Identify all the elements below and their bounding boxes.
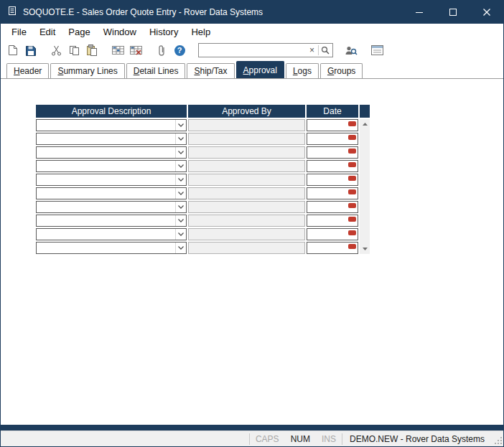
toolbar: ? × <box>1 40 503 60</box>
calendar-icon[interactable] <box>348 135 356 140</box>
approval-description-value <box>37 120 175 131</box>
insert-row-icon[interactable] <box>110 42 126 58</box>
approval-grid: Approval Description Approved By Date <box>36 105 370 254</box>
approved-by-field <box>188 242 305 254</box>
chevron-down-icon[interactable] <box>175 215 186 226</box>
calendar-icon[interactable] <box>348 217 356 222</box>
grid-row <box>36 160 360 172</box>
approval-description-value <box>37 229 175 240</box>
maximize-button[interactable] <box>436 1 470 24</box>
approval-description-select[interactable] <box>36 133 187 145</box>
grid-row <box>36 201 360 213</box>
tab-approval[interactable]: Approval <box>236 61 284 78</box>
calendar-icon[interactable] <box>348 203 356 208</box>
approval-panel: Approval Description Approved By Date <box>1 79 503 425</box>
date-field[interactable] <box>307 228 358 240</box>
search-input[interactable] <box>199 44 307 56</box>
scroll-up-icon[interactable] <box>360 119 370 129</box>
resize-grip-icon[interactable] <box>492 431 503 446</box>
approval-description-select[interactable] <box>36 228 187 240</box>
help-glyph: ? <box>174 45 185 56</box>
cut-icon[interactable] <box>48 42 64 58</box>
menu-window[interactable]: Window <box>97 25 143 39</box>
user-lookup-icon[interactable] <box>343 42 359 58</box>
grid-header-spacer <box>360 105 370 118</box>
date-field[interactable] <box>307 174 358 186</box>
chevron-down-icon[interactable] <box>175 133 186 144</box>
close-button[interactable] <box>470 1 503 24</box>
calendar-icon[interactable] <box>348 149 356 154</box>
date-field[interactable] <box>307 119 358 131</box>
approval-description-value <box>37 174 175 185</box>
approval-description-select[interactable] <box>36 119 187 131</box>
menu-history[interactable]: History <box>143 25 185 39</box>
help-icon[interactable]: ? <box>172 42 187 58</box>
paste-icon[interactable] <box>84 42 100 58</box>
calendar-icon[interactable] <box>348 162 356 167</box>
calendar-icon[interactable] <box>348 230 356 235</box>
grid-header-approval-description: Approval Description <box>36 105 187 118</box>
search-icon[interactable] <box>320 46 332 55</box>
date-field[interactable] <box>307 201 358 213</box>
tab-ship-tax[interactable]: Ship/Tax <box>187 63 234 78</box>
date-field[interactable] <box>307 187 358 199</box>
tab-detail-lines[interactable]: Detail Lines <box>126 63 186 78</box>
grid-rows <box>36 119 360 254</box>
chevron-down-icon[interactable] <box>175 188 186 199</box>
chevron-down-icon[interactable] <box>175 161 186 171</box>
chevron-down-icon[interactable] <box>175 174 186 185</box>
calendar-icon[interactable] <box>348 189 356 194</box>
minimize-button[interactable] <box>402 1 436 24</box>
chevron-down-icon[interactable] <box>175 202 186 212</box>
tab-header[interactable]: Header <box>6 63 49 78</box>
menu-page[interactable]: Page <box>62 25 96 39</box>
grid-row <box>36 215 360 227</box>
delete-row-icon[interactable] <box>128 42 144 58</box>
menu-edit[interactable]: Edit <box>33 25 62 39</box>
approved-by-field <box>188 187 305 199</box>
search-separator <box>318 45 319 55</box>
date-field[interactable] <box>307 242 358 254</box>
menu-help[interactable]: Help <box>185 25 217 39</box>
save-icon[interactable] <box>22 42 38 58</box>
tab-logs[interactable]: Logs <box>286 63 319 78</box>
approval-description-select[interactable] <box>36 201 187 213</box>
approval-description-select[interactable] <box>36 174 187 186</box>
approved-by-field <box>188 133 305 145</box>
approval-description-select[interactable] <box>36 242 187 254</box>
copy-icon[interactable] <box>66 42 82 58</box>
form-view-icon[interactable] <box>369 42 385 58</box>
date-field[interactable] <box>307 146 358 159</box>
grid-row <box>36 174 360 186</box>
session-context: DEMO.NEW - Rover Data Systems <box>342 434 492 444</box>
new-document-icon[interactable] <box>4 42 20 58</box>
caps-indicator: CAPS <box>250 434 285 444</box>
chevron-down-icon[interactable] <box>175 147 186 158</box>
scroll-down-icon[interactable] <box>360 244 370 254</box>
grid-header-approved-by: Approved By <box>188 105 305 118</box>
menu-file[interactable]: File <box>5 25 33 39</box>
chevron-down-icon[interactable] <box>175 229 186 240</box>
clear-search-icon[interactable]: × <box>307 45 317 55</box>
date-field[interactable] <box>307 160 358 172</box>
approval-description-select[interactable] <box>36 215 187 227</box>
calendar-icon[interactable] <box>348 121 356 126</box>
calendar-icon[interactable] <box>348 244 356 249</box>
attachment-icon[interactable] <box>154 42 169 58</box>
approval-description-select[interactable] <box>36 187 187 199</box>
tab-summary-lines[interactable]: Summary Lines <box>50 63 124 78</box>
date-field[interactable] <box>307 133 358 145</box>
statusbar: CAPS NUM INS DEMO.NEW - Rover Data Syste… <box>1 430 503 446</box>
calendar-icon[interactable] <box>348 176 356 181</box>
chevron-down-icon[interactable] <box>175 120 186 131</box>
approval-description-value <box>37 188 175 199</box>
tab-groups[interactable]: Groups <box>320 63 363 78</box>
titlebar[interactable]: SOQUOTE.E - Sales Order Quote Entry - Ro… <box>1 1 503 24</box>
chevron-down-icon[interactable] <box>175 243 186 253</box>
tabstrip: Header Summary Lines Detail Lines Ship/T… <box>1 60 503 79</box>
grid-scrollbar[interactable] <box>360 119 370 254</box>
date-field[interactable] <box>307 215 358 227</box>
approval-description-select[interactable] <box>36 146 187 159</box>
approved-by-field <box>188 228 305 240</box>
approval-description-select[interactable] <box>36 160 187 172</box>
